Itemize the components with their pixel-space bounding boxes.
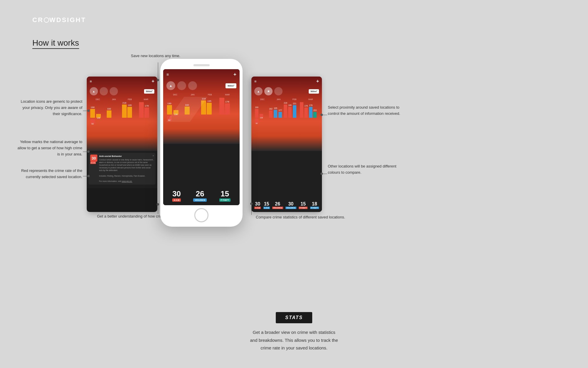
logo-circle: [44, 17, 49, 23]
svg-text:182: 182: [269, 108, 273, 110]
svg-text:190: 190: [91, 106, 95, 109]
right-loc-triangle: ▲: [254, 87, 263, 95]
center-menu-icon: ≡: [166, 72, 169, 77]
svg-text:195: 195: [207, 100, 211, 102]
left-month-jan: JAN: [112, 98, 116, 100]
svg-text:178: 178: [145, 105, 149, 107]
center-bar-chart: 190 182 138 218 195 243 178 92: [166, 97, 236, 122]
center-loc-triangle: ▲: [166, 81, 175, 90]
connector-understanding: [158, 205, 158, 214]
right-distance-badge: 500m²: [309, 89, 319, 94]
svg-text:221: 221: [293, 102, 296, 105]
center-home-button[interactable]: [194, 208, 208, 222]
bottom-section: STATS Get a broader view on crime with s…: [229, 312, 359, 352]
left-popup-number: 30: [90, 155, 97, 162]
center-stat-violence: 26 VIOLENCE: [193, 189, 207, 202]
right-month-jan: JAN: [277, 98, 280, 100]
center-stat-theft: 15 P.THEFT: [219, 189, 230, 202]
svg-text:177: 177: [278, 109, 282, 111]
svg-text:92: 92: [256, 122, 258, 124]
right-loc-star: ★: [264, 87, 273, 95]
svg-rect-2: [107, 110, 111, 118]
center-stat-asb-label: A.S.B: [172, 198, 181, 202]
connector-dot-save: [157, 79, 159, 81]
svg-rect-49: [274, 110, 277, 118]
left-popup-text: Conduct which caused or was likely to ca…: [99, 158, 153, 183]
annotation-other-locations: Other locations will be assigned differe…: [328, 163, 401, 176]
svg-text:195: 195: [288, 104, 292, 106]
connector-dot-other: [320, 173, 323, 175]
center-stat-theft-label: P.THEFT: [219, 198, 230, 202]
right-month-mar: MAR: [308, 98, 313, 100]
phone-left: ≡ + ▲ 500m² DEC JAN FEB MAR 190: [87, 77, 157, 212]
left-popup-card: 30 A.S.B Anti-social Behavior × Conduct …: [88, 153, 156, 185]
left-bar-chart: 190 182 138 218 195 243 178 92: [90, 102, 154, 125]
center-loc-3: [188, 81, 197, 90]
svg-text:195: 195: [128, 104, 132, 107]
right-menu-icon: ≡: [254, 79, 257, 84]
left-popup-label: A.S.B: [90, 162, 96, 164]
annotation-select-proximity: Select proximity around saved locations …: [328, 105, 401, 117]
svg-text:243: 243: [300, 102, 303, 102]
svg-text:138: 138: [260, 117, 263, 119]
center-phone-screen: ≡ + ▲ 500m² DEC JAN FEB MAR 190: [163, 69, 240, 205]
center-phone-speaker: [193, 64, 210, 66]
page-title: How it works: [32, 38, 79, 49]
center-month-dec: DEC: [173, 94, 178, 96]
right-plus-icon: +: [316, 79, 319, 84]
svg-text:195: 195: [274, 107, 277, 109]
connector-dot-red: [87, 175, 90, 177]
svg-text:190: 190: [255, 106, 258, 108]
center-month-jan: JAN: [191, 94, 195, 96]
right-stat-5: 15 P.THEFT: [299, 201, 308, 209]
center-stat-theft-number: 15: [219, 189, 230, 198]
svg-text:92: 92: [91, 123, 94, 125]
right-loc-3: [274, 87, 283, 95]
right-bar-chart: 190 182 138 218 195 243 178 92 195 177: [254, 102, 319, 125]
left-phone-plus-icon: +: [152, 79, 154, 84]
svg-rect-24: [207, 103, 212, 115]
center-distance-badge: 500m²: [225, 83, 236, 88]
stats-description: Get a broader view on crime with statist…: [229, 329, 359, 352]
svg-rect-35: [269, 110, 273, 118]
connector-dot-loc: [87, 110, 90, 112]
svg-rect-43: [300, 102, 303, 118]
svg-text:243: 243: [139, 102, 143, 102]
center-stat-asb-number: 30: [172, 189, 181, 198]
center-month-feb: FEB: [208, 94, 212, 96]
annotation-save-locations: Save new locations any time.: [131, 53, 180, 59]
svg-rect-57: [313, 112, 317, 118]
svg-text:178: 178: [225, 100, 229, 103]
svg-rect-55: [309, 107, 313, 118]
svg-text:218: 218: [122, 102, 126, 104]
svg-rect-33: [255, 109, 258, 118]
right-stat-4: 30 VIOLENCE: [285, 201, 296, 209]
annotation-location-icons: Location icons are generic to protect yo…: [15, 99, 82, 117]
connector-dot-understanding: [157, 203, 159, 205]
logo: CRWDSIGHT: [32, 16, 86, 24]
center-stat-violence-label: VIOLENCE: [193, 198, 207, 202]
left-popup-close[interactable]: ×: [153, 154, 154, 157]
phone-center-housing: ≡ + ▲ 500m² DEC JAN FEB MAR 190: [160, 59, 243, 227]
stats-badge: STATS: [276, 312, 312, 323]
svg-rect-8: [127, 107, 132, 118]
right-stat-2: 15 A.S.B: [263, 201, 270, 209]
left-month-dec: DEC: [96, 98, 100, 100]
svg-text:190: 190: [167, 102, 171, 105]
connector-dot-compare: [250, 203, 253, 205]
svg-text:182: 182: [107, 107, 111, 110]
center-month-mar: MAR: [225, 94, 230, 96]
left-loc-icon-3: [110, 87, 118, 95]
center-stat-violence-number: 26: [193, 189, 207, 198]
svg-rect-28: [225, 103, 230, 115]
svg-rect-41: [288, 107, 292, 118]
annotation-red-represents: Red represents the crime rate of the cur…: [15, 168, 82, 180]
center-loc-2: [177, 81, 186, 90]
connector-dot-proximity: [320, 114, 323, 116]
left-month-mar: MAR: [144, 98, 148, 100]
svg-text:138: 138: [97, 117, 100, 119]
left-loc-icon-2: [100, 87, 108, 95]
right-stat-6: 18 P.THEFT: [310, 201, 319, 209]
svg-rect-12: [144, 107, 149, 118]
svg-text:243: 243: [220, 97, 224, 97]
